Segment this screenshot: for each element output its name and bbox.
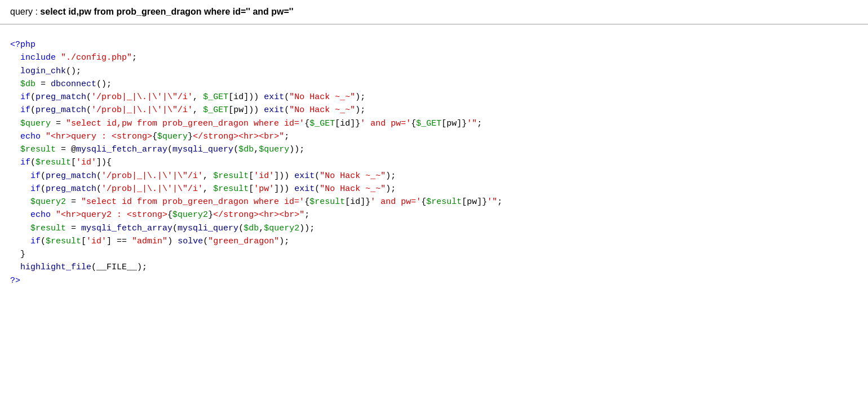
code-block: <?php include "./config.php"; login_chk(…	[0, 25, 868, 297]
query-header: query : select id,pw from prob_green_dra…	[0, 0, 868, 25]
query-label: query :	[10, 7, 40, 16]
query-value: select id,pw from prob_green_dragon wher…	[40, 7, 293, 16]
